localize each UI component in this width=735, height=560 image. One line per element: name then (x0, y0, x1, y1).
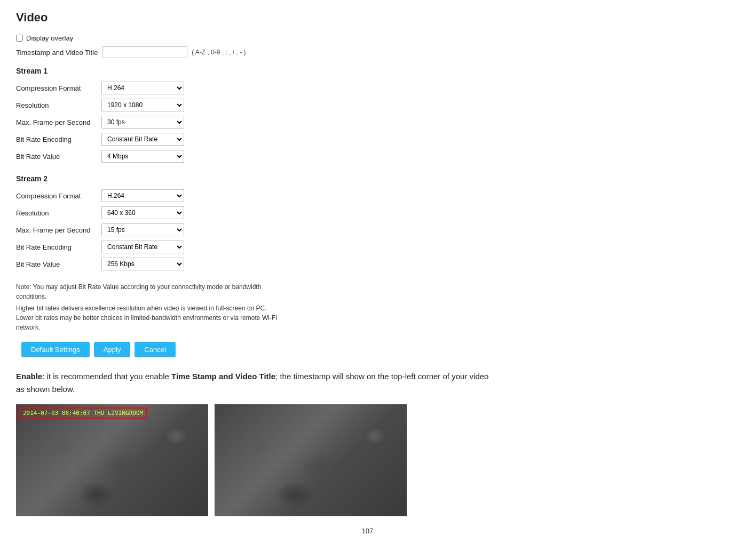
display-overlay-checkbox[interactable] (16, 35, 23, 42)
stream2-title: Stream 2 (16, 174, 719, 183)
stream1-compression-format-label: Compression Format (16, 79, 101, 97)
stream1-bit-rate-value-label: Bit Rate Value (16, 148, 101, 165)
video-thumb-with-overlay: 2014-07-03 06:40:07 THU LIVINGROOM (16, 404, 208, 516)
timestamp-label: Timestamp and Video Title (16, 49, 98, 57)
enable-bold: Enable (16, 372, 42, 381)
stream2-bit-rate-value-select[interactable]: 256 Kbps 512 Kbps 1 Mbps 2 Mbps (101, 258, 184, 270)
display-overlay-label: Display overlay (26, 34, 73, 42)
page-number: 107 (16, 527, 719, 535)
stream2-bit-rate-value-label: Bit Rate Value (16, 255, 101, 273)
stream1-resolution-label: Resolution (16, 97, 101, 114)
stream2-compression-format-label: Compression Format (16, 187, 101, 204)
stream1-form: Compression Format H.264 MJPEG Resolutio… (16, 79, 188, 165)
stream2-fps-select[interactable]: 15 fps 30 fps 10 fps 5 fps (101, 223, 184, 236)
video-thumb-bg-right (215, 404, 407, 516)
apply-button[interactable]: Apply (94, 342, 131, 357)
stream1-fps-label: Max. Frame per Second (16, 114, 101, 131)
enable-description: Enable: it is recommended that you enabl… (16, 370, 496, 396)
note-line1: Note: You may adjust Bit Rate Value acco… (16, 282, 283, 301)
stream2-compression-format-select[interactable]: H.264 MJPEG (101, 189, 184, 202)
stream1-bit-rate-encoding-select[interactable]: Constant Bit Rate Variable Bit Rate (101, 133, 184, 146)
stream2-bit-rate-encoding-select[interactable]: Constant Bit Rate Variable Bit Rate (101, 241, 184, 253)
stream1-fps-select[interactable]: 30 fps 15 fps 10 fps 5 fps (101, 116, 184, 129)
video-thumb-bg-left (16, 404, 208, 516)
default-settings-button[interactable]: Default Settings (21, 342, 90, 357)
video-images-row: 2014-07-03 06:40:07 THU LIVINGROOM (16, 404, 719, 516)
video-overlay-text: 2014-07-03 06:40:07 THU LIVINGROOM (19, 407, 147, 419)
stream1-resolution-select[interactable]: 1920 x 1080 1280 x 720 640 x 360 (101, 99, 184, 111)
stream2-resolution-select[interactable]: 640 x 360 1280 x 720 320 x 180 (101, 206, 184, 219)
stream1-bit-rate-encoding-label: Bit Rate Encoding (16, 131, 101, 148)
stream2-bit-rate-encoding-label: Bit Rate Encoding (16, 238, 101, 255)
video-thumb-without-overlay (215, 404, 407, 516)
cancel-button[interactable]: Cancel (135, 342, 175, 357)
stream2-fps-label: Max. Frame per Second (16, 221, 101, 238)
stream2-form: Compression Format H.264 MJPEG Resolutio… (16, 187, 188, 273)
note-section: Note: You may adjust Bit Rate Value acco… (16, 282, 283, 332)
time-stamp-title-bold: Time Stamp and Video Title (171, 372, 275, 381)
note-line2: Higher bit rates delivers excellence res… (16, 303, 283, 332)
button-row: Default Settings Apply Cancel (21, 342, 719, 357)
stream1-title: Stream 1 (16, 67, 719, 75)
stream2-resolution-label: Resolution (16, 204, 101, 221)
enable-text-1: : it is recommended that you enable (42, 372, 171, 381)
stream1-compression-format-select[interactable]: H.264 MJPEG (101, 82, 184, 94)
stream1-bit-rate-value-select[interactable]: 4 Mbps 2 Mbps 1 Mbps 512 Kbps (101, 150, 184, 163)
timestamp-input[interactable] (102, 46, 187, 58)
page-title: Video (16, 11, 719, 25)
timestamp-hint: ( A-Z , 0-9 , : , / , - ) (192, 49, 246, 56)
